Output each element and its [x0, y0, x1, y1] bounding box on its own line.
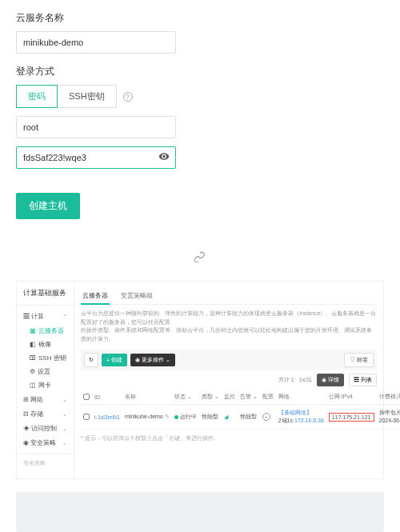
main-tab-cloud[interactable]: 云服务器 — [81, 288, 110, 305]
help-icon[interactable]: ? — [123, 92, 133, 102]
name-input[interactable] — [16, 31, 176, 54]
th-type[interactable]: 类型 ⌄ — [199, 390, 222, 405]
th-net[interactable]: 网络 — [276, 390, 326, 405]
image-icon: ◧ — [30, 341, 36, 348]
sidebar-group-storage[interactable]: ⊟ 存储⌄ — [17, 408, 74, 420]
toolbar-more-button[interactable]: ◉ 更多操作 ⌄ — [130, 354, 175, 366]
sidebar-group-compute[interactable]: ☰ 计算⌃ — [17, 310, 74, 322]
config-button[interactable]: + — [262, 413, 270, 421]
filter-button[interactable]: ▽ 标签 — [344, 353, 374, 367]
description: 云平台为您提供一种随时获取的、弹性的计算能力，这种计算能力的体现就是云服务器（I… — [81, 310, 377, 343]
sidebar-item-settings[interactable]: ⚙设置 — [17, 366, 74, 378]
edit-icon[interactable]: ✎ — [165, 414, 170, 419]
sidebar-item-cloud[interactable]: ▦云服务器 — [17, 325, 74, 337]
th-name[interactable]: 名称 — [122, 390, 172, 405]
toolbar: ↻ + 创建 ◉ 更多操作 ⌄ ▽ 标签 — [81, 350, 377, 370]
sidebar-item-nic[interactable]: ◫网卡 — [17, 379, 74, 391]
select-all[interactable] — [83, 394, 90, 400]
sidebar-group-access[interactable]: ◈ 访问控制⌄ — [17, 422, 74, 434]
sidebar-group-network[interactable]: ⊞ 网络⌄ — [17, 394, 74, 406]
status-badge: 运行中 — [174, 413, 197, 421]
placeholder-block — [16, 492, 384, 532]
nic-icon: ◫ — [30, 382, 36, 389]
tab-sshkey[interactable]: SSH密钥 — [58, 85, 117, 108]
sidebar-title: 计算基础服务 — [17, 288, 74, 306]
sidebar-group-security[interactable]: ◉ 安全策略⌄ — [17, 437, 74, 449]
instance-id[interactable]: i-1si3ml91 — [94, 414, 120, 420]
th-ip[interactable]: 公网 IPv4 — [326, 390, 377, 405]
th-monitor[interactable]: 监控 — [222, 390, 238, 405]
chevron-down-icon: ⌄ — [62, 426, 67, 432]
main-panel: 云服务器 安置策略组 云平台为您提供一种随时获取的、弹性的计算能力，这种计算能力… — [74, 282, 383, 478]
alarm-type: 性能型 — [238, 405, 260, 430]
pager-list[interactable]: ☰ 列表 — [349, 374, 377, 386]
link-icon — [0, 251, 400, 265]
table-row[interactable]: i-1si3ml91 minikube-demo ✎ 运行中 性能型 ◢ 性能型… — [81, 405, 400, 430]
network-link[interactable]: 【基础网络】 — [278, 410, 312, 415]
password-input[interactable] — [16, 146, 176, 169]
chevron-up-icon: ⌃ — [62, 314, 67, 320]
console-panel: 计算基础服务 ☰ 计算⌃ ▦云服务器 ◧镜像 ⚿SSH 密钥 ⚙设置 ◫网卡 ⊞… — [16, 281, 384, 479]
sidebar: 计算基础服务 ☰ 计算⌃ ▦云服务器 ◧镜像 ⚿SSH 密钥 ⚙设置 ◫网卡 ⊞… — [17, 282, 74, 478]
chevron-down-icon: ⌄ — [62, 397, 67, 403]
instance-type: 性能型 — [199, 405, 222, 430]
public-ip[interactable]: 117.175.21.121 — [329, 413, 374, 422]
row-select[interactable] — [83, 414, 90, 420]
refresh-icon: ↻ — [89, 357, 94, 363]
server-icon: ▦ — [30, 327, 36, 334]
table-note: * 提示：可以在弹出个模型上点击「右键」来进行操作。 — [81, 434, 377, 442]
login-label: 登录方式 — [16, 65, 384, 78]
monitor-icon[interactable]: ◢ — [224, 414, 228, 419]
gear-icon: ⚙ — [30, 368, 35, 375]
th-id[interactable]: ID — [92, 390, 122, 405]
th-billing[interactable]: 计费模式 — [377, 390, 400, 405]
sidebar-footer: 安全策略 — [17, 454, 74, 472]
eye-icon[interactable] — [158, 151, 170, 165]
sidebar-item-image[interactable]: ◧镜像 — [17, 338, 74, 350]
pager-detail[interactable]: ◉ 详情 — [317, 374, 344, 386]
key-icon: ⚿ — [30, 354, 36, 362]
sidebar-item-ssh[interactable]: ⚿SSH 密钥 — [17, 352, 74, 364]
th-cfg[interactable]: 配置 — [260, 390, 276, 405]
chevron-down-icon: ⌄ — [62, 411, 67, 418]
toolbar-create-button[interactable]: + 创建 — [102, 354, 127, 366]
create-host-button[interactable]: 创建主机 — [16, 193, 80, 219]
pager-total: 共计 1 — [278, 376, 294, 384]
instance-table: ID 名称 状态 ⌄ 类型 ⌄ 监控 告警 ⌄ 配置 网络 公网 IPv4 计费… — [81, 390, 400, 430]
chevron-down-icon: ⌄ — [62, 440, 67, 446]
name-label: 云服务名称 — [16, 11, 384, 25]
main-tab-deploy[interactable]: 安置策略组 — [119, 288, 154, 304]
pager-per[interactable]: 1x/页 — [299, 376, 312, 384]
refresh-button[interactable]: ↻ — [84, 353, 98, 367]
th-status[interactable]: 状态 ⌄ — [172, 390, 199, 405]
th-alarm[interactable]: 告警 ⌄ — [238, 390, 260, 405]
user-input[interactable] — [16, 116, 176, 138]
instance-name: minikube-demo — [125, 414, 163, 419]
status-dot-icon — [174, 415, 178, 419]
tab-password[interactable]: 密码 — [16, 85, 58, 108]
